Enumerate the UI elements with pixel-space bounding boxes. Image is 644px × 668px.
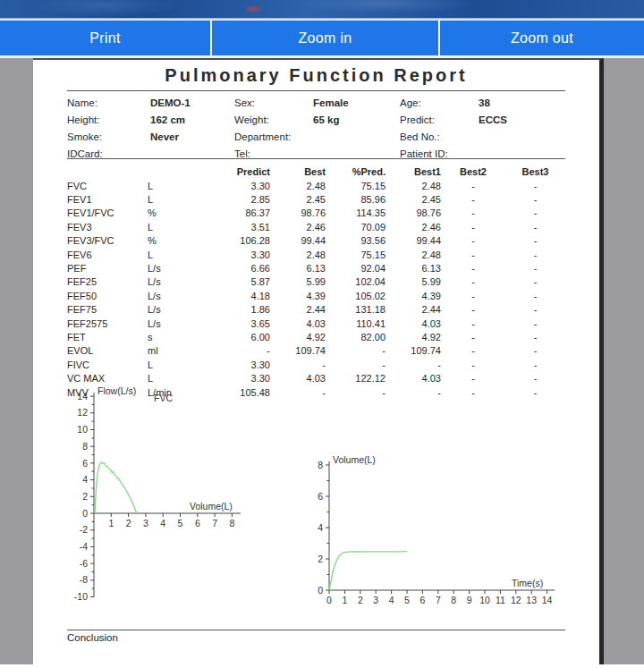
patient-field-label: Age:	[400, 97, 479, 108]
conclusion-label: Conclusion	[67, 632, 118, 643]
param-name-cell: FVC	[67, 179, 148, 192]
value-cell: L/s	[148, 289, 199, 302]
svg-text:-2: -2	[80, 524, 88, 535]
value-cell: -	[505, 289, 565, 302]
patient-field-label: Predict:	[400, 114, 479, 125]
value-cell: -	[386, 385, 441, 399]
value-cell: -	[326, 344, 386, 358]
svg-text:6: 6	[419, 595, 425, 605]
report-preview-viewport[interactable]: Pulmonary Function Report Name:DEMO-1Sex…	[0, 58, 644, 664]
param-name-cell: EVOL	[67, 344, 148, 358]
param-name-cell: FEF2575	[67, 317, 148, 330]
value-cell: -	[441, 220, 505, 233]
value-cell: 109.74	[270, 344, 326, 358]
svg-text:FVC: FVC	[154, 393, 173, 403]
patient-info-grid: Name:DEMO-1Sex:FemaleAge:38Height:162 cm…	[67, 95, 565, 162]
value-cell: L	[148, 192, 199, 206]
svg-text:3: 3	[143, 518, 148, 528]
print-button[interactable]: Print	[0, 21, 210, 55]
value-cell: %	[148, 234, 199, 248]
value-cell: -	[505, 248, 565, 261]
value-cell: 4.92	[386, 330, 441, 343]
svg-text:11: 11	[496, 595, 505, 605]
svg-text:0: 0	[326, 595, 332, 605]
value-cell: -	[441, 344, 505, 358]
flow-volume-chart: -10-8-6-4-20246810121412345678Flow(L/s)V…	[64, 384, 288, 607]
value-cell: 2.45	[270, 192, 326, 206]
value-cell: 106.28	[199, 234, 270, 248]
svg-text:4: 4	[318, 522, 323, 533]
value-cell: 86.37	[199, 207, 270, 220]
svg-text:Time(s): Time(s)	[512, 578, 543, 588]
value-cell: -	[505, 261, 565, 275]
value-cell: 3.30	[199, 358, 270, 371]
value-cell: -	[441, 261, 505, 275]
svg-text:1: 1	[108, 518, 114, 528]
value-cell: L/s	[148, 317, 199, 330]
value-cell: 75.15	[326, 179, 386, 192]
table-row: FETs6.004.9282.004.92--	[67, 330, 565, 343]
param-name-cell: FEF75	[67, 303, 148, 317]
value-cell: -	[441, 330, 505, 343]
value-cell: -	[505, 317, 565, 330]
svg-text:8: 8	[451, 595, 456, 605]
svg-text:6: 6	[82, 458, 88, 469]
column-header: %Pred.	[326, 164, 386, 179]
value-cell: 109.74	[386, 344, 441, 358]
value-cell: 93.56	[326, 234, 386, 248]
svg-text:1: 1	[342, 595, 347, 605]
param-name-cell: FEF50	[67, 289, 148, 302]
patient-field-label: Bed No.:	[400, 131, 479, 142]
value-cell: L	[148, 358, 199, 371]
value-cell: -	[505, 234, 565, 248]
zoom-in-button[interactable]: Zoom in	[212, 21, 438, 55]
value-cell: -	[505, 385, 565, 399]
svg-text:4: 4	[389, 595, 394, 605]
svg-text:6: 6	[195, 518, 200, 528]
svg-text:14: 14	[542, 595, 553, 605]
svg-text:Volume(L): Volume(L)	[333, 454, 376, 465]
zoom-out-button[interactable]: Zoom out	[440, 21, 644, 55]
svg-text:7: 7	[212, 518, 217, 528]
value-cell: -	[505, 179, 565, 192]
svg-text:7: 7	[436, 595, 441, 605]
value-cell: 6.00	[199, 330, 270, 343]
svg-text:6: 6	[318, 491, 323, 502]
svg-text:2: 2	[82, 491, 88, 502]
patient-field-value: 65 kg	[313, 114, 400, 125]
param-name-cell: PEF	[67, 261, 148, 275]
value-cell: -	[441, 371, 505, 385]
value-cell: 102.04	[326, 275, 386, 289]
svg-text:2: 2	[358, 595, 363, 605]
volume-time-chart: 0246801234567891011121314Volume(L)Time(s…	[313, 449, 577, 610]
column-header: Best2	[441, 164, 505, 179]
svg-text:Volume(L): Volume(L)	[190, 501, 233, 512]
param-name-cell: FET	[67, 330, 148, 343]
value-cell: -	[441, 192, 505, 206]
value-cell: 3.51	[199, 220, 270, 233]
svg-text:13: 13	[526, 595, 537, 605]
table-row: FEV1/FVC%86.3798.76114.3598.76--	[67, 207, 565, 220]
column-header	[67, 164, 148, 179]
value-cell: -	[505, 330, 565, 343]
value-cell: -	[326, 358, 386, 371]
value-cell: 6.66	[199, 261, 270, 275]
value-cell: -	[505, 220, 565, 233]
table-row: FEV1L2.852.4585.962.45--	[67, 192, 565, 206]
svg-text:0: 0	[82, 508, 88, 519]
patient-field-value: 38	[479, 97, 565, 108]
param-name-cell: FEV1/FVC	[67, 207, 148, 220]
svg-text:4: 4	[160, 518, 165, 528]
svg-text:9: 9	[467, 595, 472, 605]
value-cell: -	[505, 371, 565, 385]
table-header-row: PredictBest%Pred.Best1Best2Best3	[67, 164, 565, 179]
value-cell: -	[441, 248, 505, 261]
column-header: Best	[270, 164, 326, 179]
value-cell: 3.30	[199, 248, 270, 261]
value-cell: 4.39	[386, 289, 441, 302]
svg-text:4: 4	[82, 474, 88, 485]
value-cell: -	[326, 385, 386, 399]
value-cell: 2.48	[270, 179, 326, 192]
param-name-cell: FEV6	[67, 248, 148, 261]
value-cell: 98.76	[270, 207, 326, 220]
